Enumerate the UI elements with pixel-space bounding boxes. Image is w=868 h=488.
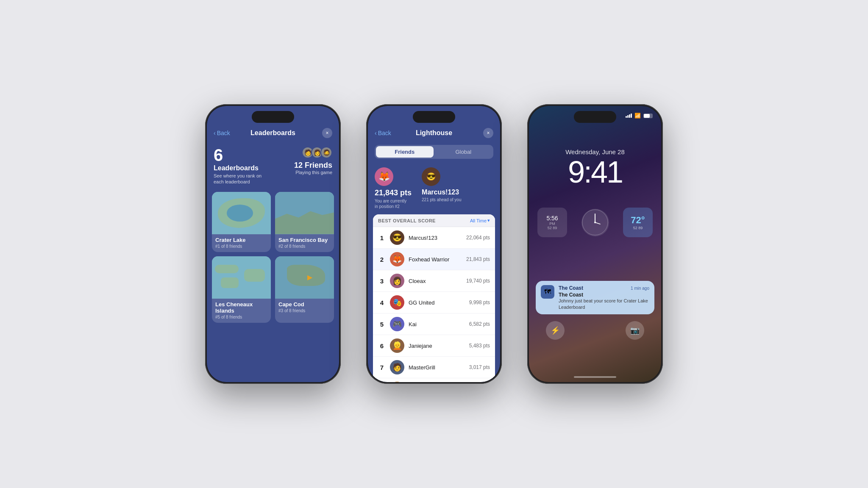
card-sf-name: San Francisco Bay (278, 237, 331, 243)
temp-range: 52 89 (633, 226, 643, 230)
name-janie: Janiejane (409, 343, 465, 349)
time-filter[interactable]: All Time ▾ (470, 218, 490, 223)
lock-time: 9:41 (529, 157, 661, 187)
avatar-master: 🧑 (390, 360, 404, 374)
leaderboard-number: 6 (214, 147, 264, 164)
opponent-card: 😎 Marcus!123 221 pts ahead of you (422, 167, 461, 209)
phone1-notch (252, 111, 294, 123)
card-les-name: Les Cheneaux Islands (215, 301, 267, 314)
current-user-position: You are currentlyin position #2 (375, 198, 406, 209)
row-6[interactable]: 6 👱 Janiejane 5,483 pts (373, 335, 495, 357)
card-cape-name: Cape Cod (278, 301, 331, 308)
card-les-rank: #5 of 8 friends (215, 315, 267, 319)
list-header-label: BEST OVERALL SCORE (378, 218, 436, 223)
card-cape-cod[interactable]: ▶ Cape Cod #3 of 8 friends (275, 256, 334, 323)
phone1-info: 6 Leaderboards See where you rank on eac… (207, 143, 339, 192)
row-3[interactable]: 3 👩 Cloeax 19,740 pts (373, 270, 495, 292)
current-user-pts: 21,843 pts (375, 189, 412, 197)
crater-lake-map (212, 192, 271, 234)
row-1[interactable]: 1 😎 Marcus!123 22,064 pts (373, 227, 495, 249)
les-map (212, 256, 271, 299)
wifi-icon: 📶 (634, 113, 641, 119)
avatar-lion: 🦁 (390, 382, 404, 382)
notif-time: 1 min ago (631, 286, 649, 291)
battery-icon (643, 114, 653, 118)
widgets-row: 5:56 PM 52 89 72° 52 89 (537, 208, 653, 237)
camera-button[interactable]: 📷 (626, 321, 644, 340)
leader-info: 🦊 21,843 pts You are currentlyin positio… (368, 164, 500, 214)
notif-app-icon: 🗺 (541, 285, 554, 299)
leaderboard-grid: Crater Lake #1 of 8 friends San Francisc… (207, 192, 339, 323)
temp-widget: 72° 52 89 (623, 208, 653, 237)
name-master: MasterGrill (409, 364, 465, 371)
close-icon-2: × (487, 130, 490, 136)
rank-7: 7 (378, 364, 386, 371)
friends-sub: Playing this game (295, 170, 332, 175)
friends-count: 12 Friends (294, 161, 332, 170)
card-les-cheneaux[interactable]: Les Cheneaux Islands #5 of 8 friends (212, 256, 271, 323)
card-cape-rank: #3 of 8 friends (278, 308, 331, 313)
card-sf-rank: #2 of 8 friends (278, 244, 331, 249)
phone3-notch (574, 111, 616, 123)
back-button[interactable]: ‹ Back (214, 130, 230, 136)
opponent-avatar: 😎 (422, 167, 440, 186)
leaderboard-count: 6 Leaderboards See where you rank on eac… (214, 147, 264, 185)
friends-avatars: 🧑 👩 🧔 (302, 147, 332, 158)
coast-app-icon: 🗺 (544, 288, 551, 296)
lock-bottom-bar: ⚡ 📷 (529, 321, 661, 340)
card-crater-lake[interactable]: Crater Lake #1 of 8 friends (212, 192, 271, 252)
row-8[interactable]: 8 🦁 Lionheart 930 pts (373, 378, 495, 382)
bar3 (629, 114, 630, 118)
back-chevron-2-icon: ‹ (375, 130, 377, 136)
phone-leaderboards: ‹ Back Leaderboards × 6 Leaderboards See… (205, 104, 341, 384)
notif-app-name: The Coast (559, 285, 583, 291)
card-crater-name: Crater Lake (215, 237, 267, 243)
pts-gg: 9,998 pts (469, 299, 490, 305)
rank-3: 3 (378, 277, 386, 285)
chevron-down-icon: ▾ (487, 218, 490, 223)
leaderboard-label: Leaderboards (214, 164, 264, 172)
card-sf-info: San Francisco Bay #2 of 8 friends (275, 234, 334, 252)
avatar-cloeax: 👩 (390, 274, 404, 288)
home-indicator (574, 376, 616, 378)
opponent-name: Marcus!123 (422, 189, 459, 196)
rank-6: 6 (378, 342, 386, 349)
row-4[interactable]: 4 🎭 GG United 9,998 pts (373, 292, 495, 313)
clock-widget (581, 209, 609, 236)
leaderboard-sub: See where you rank on each leaderboard (214, 173, 264, 185)
phone2-notch (413, 111, 455, 123)
name-foxhead: Foxhead Warrior (409, 256, 462, 263)
row-7[interactable]: 7 🧑 MasterGrill 3,017 pts (373, 357, 495, 378)
row-2[interactable]: 2 🦊 Foxhead Warrior 21,843 pts (373, 249, 495, 270)
bar2 (627, 115, 629, 118)
rank-4: 4 (378, 299, 386, 306)
name-kai: Kai (409, 321, 465, 327)
close-button-2[interactable]: × (483, 128, 493, 138)
close-button[interactable]: × (322, 128, 332, 138)
avatar-gg: 🎭 (390, 295, 404, 310)
widget-time-range: 52 89 (548, 226, 557, 230)
back-label[interactable]: Back (217, 130, 230, 136)
back-button-2[interactable]: ‹ Back (375, 130, 391, 136)
scope-tabs: Friends Global (375, 145, 493, 159)
pts-foxhead: 21,843 pts (466, 256, 490, 262)
notification-banner[interactable]: 🗺 The Coast 1 min ago The Coast Johnny j… (536, 281, 654, 314)
close-icon: × (326, 130, 328, 136)
pts-marcus: 22,064 pts (466, 235, 490, 241)
time-widget: 5:56 PM 52 89 (537, 208, 567, 237)
back-chevron-icon: ‹ (214, 130, 216, 136)
tab-friends[interactable]: Friends (376, 146, 434, 158)
back-label-2[interactable]: Back (378, 130, 391, 136)
widget-time-value: 5:56 (546, 215, 558, 222)
pts-janie: 5,483 pts (469, 343, 490, 349)
widget-time-sub: PM (549, 222, 555, 226)
tab-global[interactable]: Global (435, 146, 492, 158)
phone1-screen: ‹ Back Leaderboards × 6 Leaderboards See… (207, 106, 339, 382)
card-sf-bay[interactable]: San Francisco Bay #2 of 8 friends (275, 192, 334, 252)
phone2-title: Lighthouse (416, 129, 452, 137)
row-5[interactable]: 5 🎮 Kai 6,582 pts (373, 313, 495, 335)
flashlight-button[interactable]: ⚡ (546, 321, 565, 340)
notif-body: Johnny just beat your score for Crater L… (559, 298, 649, 310)
phone3-screen: 📶 Wednesday, June 28 9:41 5:56 PM 52 89 (529, 106, 661, 382)
name-gg: GG United (409, 299, 465, 306)
